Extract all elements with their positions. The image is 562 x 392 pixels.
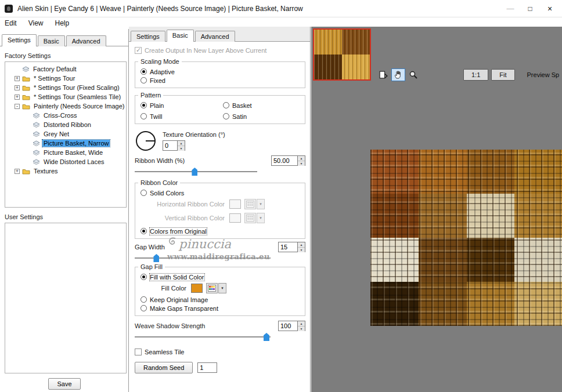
weave-shadow-label: Weave Shadow Strength [135, 322, 205, 329]
preset-icon [33, 122, 40, 128]
menu-help[interactable]: Help [55, 19, 69, 27]
spinner-icon[interactable]: ▲▼ [298, 155, 305, 166]
radio-satin[interactable]: Satin [221, 112, 301, 121]
spinner-icon[interactable]: ▲▼ [298, 321, 305, 331]
radio-icon [140, 305, 147, 311]
presets-tab-advanced[interactable]: Advanced [66, 35, 106, 46]
preview-toolbar: 1:1 Fit Preview Sp [376, 68, 562, 81]
palette-icon[interactable] [206, 283, 218, 293]
menu-edit[interactable]: Edit [5, 19, 17, 27]
chevron-down-icon: ▼ [257, 199, 265, 209]
collapse-toggle-icon[interactable]: - [15, 104, 20, 109]
slider-thumb[interactable] [153, 254, 159, 262]
radio-colors-from-original[interactable]: Colors from Original [139, 227, 301, 235]
radio-icon [140, 228, 147, 234]
preview-image[interactable] [370, 150, 562, 326]
original-preview-icon[interactable] [376, 68, 390, 81]
presets-tab-settings[interactable]: Settings [2, 34, 37, 46]
radio-basket-label: Basket [232, 102, 252, 109]
slider-thumb[interactable] [192, 168, 197, 176]
tree-item-textures[interactable]: + Textures [5, 166, 126, 176]
slider-thumb[interactable] [264, 333, 269, 341]
radio-keep-original[interactable]: Keep Original Image [139, 295, 301, 304]
save-button[interactable]: Save [48, 378, 80, 390]
ribbon-width-input[interactable] [271, 155, 298, 166]
window-title: Alien Skin | Eye Candy 6 | Weave | Paint… [17, 5, 500, 13]
thumbnail-grid [314, 30, 370, 79]
hand-tool-icon[interactable] [391, 68, 405, 81]
random-seed-input[interactable] [197, 362, 217, 373]
new-layer-checkbox[interactable]: Create Output In New Layer Above Current [135, 46, 305, 55]
seamless-tile-label: Seamless Tile [145, 349, 184, 355]
chevron-down-icon[interactable]: ▼ [218, 283, 226, 293]
seamless-tile-checkbox[interactable]: Seamless Tile [135, 348, 305, 356]
tree-item-settings-tour-seamless[interactable]: + * Settings Tour (Seamless Tile) [5, 92, 126, 101]
texture-orientation-input[interactable] [163, 140, 178, 151]
horizontal-ribbon-color-label: Horizontal Ribbon Color [153, 201, 225, 208]
orientation-dial[interactable] [136, 131, 156, 151]
gap-fill-legend: Gap Fill [138, 263, 165, 270]
tree-item-label: * Settings Tour (Fixed Scaling) [33, 84, 121, 91]
radio-twill[interactable]: Twill [139, 112, 221, 121]
radio-fill-solid-color[interactable]: Fill with Solid Color [139, 273, 301, 281]
tree-item-picture-basket-narrow[interactable]: Picture Basket, Narrow [5, 139, 126, 148]
tree-item-distorted-ribbon[interactable]: Distorted Ribbon [5, 120, 126, 129]
tree-item-factory-default[interactable]: Factory Default [5, 64, 126, 74]
vertical-ribbon-color-row: Vertical Ribbon Color ▼ [139, 211, 301, 225]
controls-tab-advanced[interactable]: Advanced [195, 31, 235, 42]
weave-shadow-slider[interactable] [135, 333, 271, 341]
tree-item-criss-cross[interactable]: Criss-Cross [5, 111, 126, 120]
tree-item-label: * Settings Tour (Seamless Tile) [33, 93, 122, 100]
presets-panel: Settings Basic Advanced Factory Settings… [0, 29, 129, 392]
expand-toggle-icon[interactable]: + [15, 76, 20, 81]
ribbon-width-slider[interactable] [135, 168, 257, 176]
fill-color-row: Fill Color ▼ [139, 281, 301, 295]
tree-item-picture-basket-wide[interactable]: Picture Basket, Wide [5, 148, 126, 157]
gap-width-slider[interactable] [135, 254, 271, 262]
maximize-button[interactable]: □ [520, 1, 540, 17]
radio-fixed[interactable]: Fixed [139, 76, 301, 85]
controls-tab-basic[interactable]: Basic [167, 30, 194, 42]
controls-panel: Settings Basic Advanced Create Output In… [129, 27, 311, 392]
tree-item-grey-net[interactable]: Grey Net [5, 129, 126, 139]
radio-basket[interactable]: Basket [221, 101, 301, 110]
random-seed-button[interactable]: Random Seed [135, 362, 193, 373]
minimize-button[interactable]: — [500, 1, 520, 17]
radio-icon [223, 102, 229, 108]
close-button[interactable]: × [540, 1, 560, 17]
spinner-icon[interactable]: ▲▼ [178, 140, 185, 151]
ribbon-width-label: Ribbon Width (%) [135, 157, 185, 164]
radio-make-transparent-label: Make Gaps Transparent [150, 305, 218, 312]
expand-toggle-icon[interactable]: + [15, 95, 20, 100]
menu-view[interactable]: View [28, 19, 44, 27]
weave-shadow-input[interactable] [278, 321, 298, 331]
controls-tab-settings[interactable]: Settings [131, 31, 165, 42]
radio-make-transparent[interactable]: Make Gaps Transparent [139, 304, 301, 313]
radio-icon [140, 296, 147, 303]
tree-item-label: Factory Default [32, 66, 78, 72]
expand-toggle-icon[interactable]: + [15, 169, 20, 174]
fill-color-swatch[interactable] [191, 284, 203, 293]
preset-thumbnail[interactable] [313, 28, 371, 81]
texture-orientation-label: Texture Orientation (°) [163, 131, 225, 138]
radio-adaptive[interactable]: Adaptive [139, 67, 301, 76]
tree-item-painterly[interactable]: - Painterly (Needs Source Image) [5, 101, 126, 111]
radio-fixed-label: Fixed [150, 77, 165, 84]
vertical-ribbon-color-swatch [229, 213, 241, 223]
pattern-legend: Pattern [138, 92, 163, 99]
zoom-1to1-button[interactable]: 1:1 [463, 69, 488, 81]
tree-item-settings-tour[interactable]: + * Settings Tour [5, 74, 126, 83]
tree-item-settings-tour-fixed[interactable]: + * Settings Tour (Fixed Scaling) [5, 83, 126, 92]
preview-area[interactable]: 1:1 Fit Preview Sp [311, 27, 562, 392]
zoom-fit-button[interactable]: Fit [491, 69, 514, 81]
gap-width-input[interactable] [278, 242, 298, 252]
presets-tab-basic[interactable]: Basic [38, 35, 65, 46]
radio-plain[interactable]: Plain [139, 101, 221, 110]
app-window: Alien Skin | Eye Candy 6 | Weave | Paint… [0, 0, 562, 392]
spinner-icon[interactable]: ▲▼ [298, 242, 305, 252]
user-settings-list[interactable] [5, 223, 127, 373]
radio-solid-colors[interactable]: Solid Colors [139, 188, 301, 197]
tree-item-wide-distorted-laces[interactable]: Wide Distorted Laces [5, 157, 126, 166]
expand-toggle-icon[interactable]: + [15, 85, 20, 90]
zoom-tool-icon[interactable] [406, 68, 420, 81]
